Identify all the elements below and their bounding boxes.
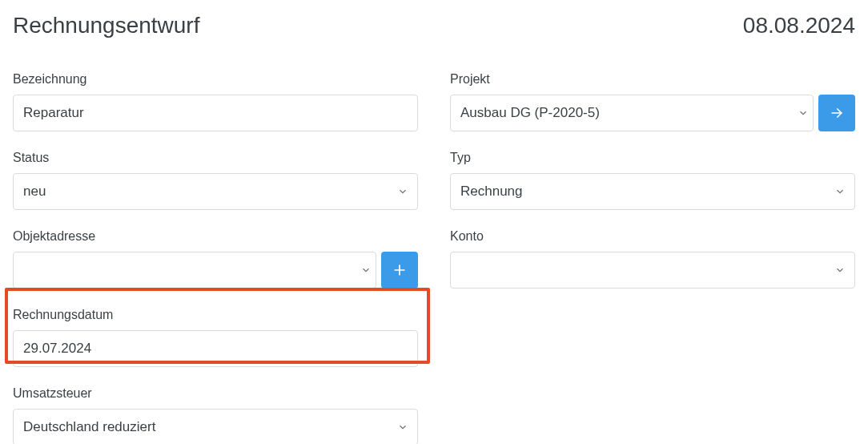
label-objektadresse: Objektadresse [13, 229, 418, 244]
select-umsatzsteuer[interactable]: Deutschland reduziert [13, 409, 418, 444]
select-konto[interactable] [450, 252, 855, 289]
arrow-right-icon [829, 105, 845, 121]
label-projekt: Projekt [450, 72, 855, 87]
field-umsatzsteuer: Umsatzsteuer Deutschland reduziert [13, 386, 418, 444]
select-projekt[interactable]: Ausbau DG (P-2020-5) [450, 95, 814, 131]
plus-icon [392, 262, 408, 278]
label-status: Status [13, 151, 418, 165]
input-rechnungsdatum[interactable]: 29.07.2024 [13, 330, 418, 367]
field-bezeichnung: Bezeichnung Reparatur [13, 72, 418, 131]
header-date: 08.08.2024 [743, 13, 855, 38]
page-title: Rechnungsentwurf [13, 13, 199, 38]
form-grid: Bezeichnung Reparatur Projekt Ausbau DG … [13, 72, 855, 444]
select-typ[interactable]: Rechnung [450, 173, 855, 210]
projekt-go-button[interactable] [818, 95, 855, 131]
label-umsatzsteuer: Umsatzsteuer [13, 386, 418, 401]
add-objektadresse-button[interactable] [381, 252, 418, 289]
field-projekt: Projekt Ausbau DG (P-2020-5) [450, 72, 855, 131]
label-bezeichnung: Bezeichnung [13, 72, 418, 87]
field-status: Status neu [13, 151, 418, 210]
field-rechnungsdatum: Rechnungsdatum 29.07.2024 [13, 308, 418, 367]
label-typ: Typ [450, 151, 855, 165]
field-objektadresse: Objektadresse [13, 229, 418, 289]
label-konto: Konto [450, 229, 855, 244]
empty-cell [450, 308, 855, 367]
select-status[interactable]: neu [13, 173, 418, 210]
page-header: Rechnungsentwurf 08.08.2024 [13, 13, 855, 38]
field-konto: Konto [450, 229, 855, 289]
label-rechnungsdatum: Rechnungsdatum [13, 308, 418, 322]
input-bezeichnung[interactable]: Reparatur [13, 95, 418, 131]
field-typ: Typ Rechnung [450, 151, 855, 210]
select-objektadresse[interactable] [13, 252, 376, 289]
